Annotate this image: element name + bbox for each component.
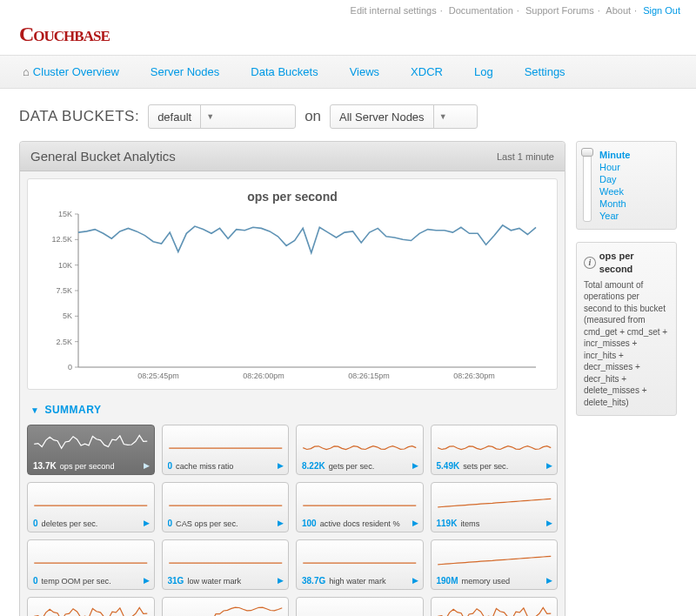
nav-cluster-overview[interactable]: ⌂Cluster Overview <box>19 56 123 88</box>
sparkline <box>435 431 554 455</box>
nav-settings[interactable]: Settings <box>521 56 569 88</box>
nav-server-nodes[interactable]: Server Nodes <box>147 56 223 88</box>
panel-title: General Bucket Analytics <box>30 149 176 164</box>
documentation-link[interactable]: Documentation <box>449 5 513 16</box>
slider-knob[interactable] <box>581 148 593 157</box>
metric-value: 31G <box>168 576 184 586</box>
data-buckets-label: DATA BUCKETS: <box>19 108 139 125</box>
metric-label: items <box>460 519 479 528</box>
metric-tile[interactable]: 190Mmemory used▶ <box>431 539 559 590</box>
metric-label: sets per sec. <box>463 462 508 471</box>
time-granularity-box: Minute Hour Day Week Month Year <box>576 141 677 230</box>
metric-label: high water mark <box>329 577 385 586</box>
metric-value: 190M <box>437 576 458 586</box>
metric-label: CAS ops per sec. <box>176 519 238 528</box>
chevron-down-icon: ▼ <box>200 105 219 128</box>
play-icon: ▶ <box>412 576 418 585</box>
metric-tile[interactable]: 13.7Kops per second▶ <box>27 425 155 475</box>
sparkline <box>300 488 419 512</box>
metric-label: cache miss ratio <box>176 462 233 471</box>
sparkline <box>300 603 419 616</box>
metric-info-body: Total amount of operations per second to… <box>584 279 669 409</box>
metric-tile[interactable]: 5.49Ksets per sec.▶ <box>431 425 559 475</box>
chevron-down-icon: ▼ <box>433 105 452 128</box>
play-icon: ▶ <box>144 519 150 527</box>
svg-text:08:26:00pm: 08:26:00pm <box>243 372 284 380</box>
summary-tiles: 13.7Kops per second▶0cache miss ratio▶8.… <box>20 419 565 616</box>
support-link[interactable]: Support Forums <box>525 5 594 16</box>
nav-views[interactable]: Views <box>346 56 383 88</box>
sparkline <box>300 546 419 570</box>
nav-log[interactable]: Log <box>471 56 497 88</box>
edit-settings-link[interactable]: Edit internal settings <box>351 5 437 16</box>
svg-text:0: 0 <box>68 363 72 372</box>
metric-tile[interactable]: 692disk creates per sec.▶ <box>27 597 155 616</box>
svg-text:08:25:45pm: 08:25:45pm <box>137 372 179 380</box>
metric-label: low water mark <box>187 577 241 586</box>
node-scope-dropdown[interactable]: All Server Nodes ▼ <box>330 104 478 129</box>
main-chart: ops per second 02.5K5K7.5K10K12.5K15K08:… <box>27 178 558 390</box>
svg-text:5K: 5K <box>63 311 72 320</box>
slider-track[interactable] <box>583 149 592 222</box>
metric-tile[interactable]: 119Kitems▶ <box>431 482 559 532</box>
home-icon: ⌂ <box>23 65 30 78</box>
top-links: Edit internal settings· Documentation· S… <box>0 0 696 21</box>
play-icon: ▶ <box>144 461 150 470</box>
nav-data-buckets[interactable]: Data Buckets <box>247 56 321 88</box>
nav-xdcr[interactable]: XDCR <box>407 56 446 88</box>
time-day[interactable]: Day <box>599 173 669 185</box>
metric-tile[interactable]: 0temp OOM per sec.▶ <box>27 539 155 590</box>
sparkline <box>435 488 554 512</box>
time-week[interactable]: Week <box>599 185 669 198</box>
metric-value: 0 <box>168 461 173 471</box>
logo: Couchbase <box>0 21 696 55</box>
metric-tile[interactable]: 5.3Kdisk write queue▶ <box>431 597 559 616</box>
play-icon: ▶ <box>278 461 284 470</box>
svg-text:08:26:30pm: 08:26:30pm <box>453 372 495 380</box>
metric-tile[interactable]: 100active docs resident %▶ <box>296 482 424 532</box>
info-icon: i <box>584 257 596 269</box>
metric-value: 100 <box>302 519 317 528</box>
summary-header[interactable]: ▼SUMMARY <box>20 397 565 419</box>
svg-text:10K: 10K <box>58 261 72 270</box>
metric-label: ops per second <box>60 462 115 471</box>
time-minute[interactable]: Minute <box>599 149 669 161</box>
sparkline <box>435 603 554 616</box>
time-year[interactable]: Year <box>599 210 669 222</box>
metric-tile[interactable]: 8.37Kdisk updates per sec.▶ <box>162 597 290 616</box>
play-icon: ▶ <box>546 461 552 470</box>
metric-label: gets per sec. <box>329 462 375 471</box>
bucket-dropdown[interactable]: default ▼ <box>148 104 296 129</box>
time-hour[interactable]: Hour <box>599 161 669 173</box>
metric-label: memory used <box>462 577 511 586</box>
metric-tile[interactable]: 8.22Kgets per sec.▶ <box>296 425 424 475</box>
metric-value: 38.7G <box>302 576 325 586</box>
play-icon: ▶ <box>546 576 552 585</box>
sign-out-link[interactable]: Sign Out <box>643 5 680 16</box>
sparkline <box>435 546 554 570</box>
metric-tile[interactable]: 38.7Ghigh water mark▶ <box>296 539 424 590</box>
metric-value: 8.22K <box>302 461 325 471</box>
metric-tile[interactable]: 0disk reads per sec.▶ <box>296 597 424 616</box>
metric-info-box: iops per second Total amount of operatio… <box>576 242 677 416</box>
chart-title: ops per second <box>35 190 550 204</box>
metric-value: 0 <box>33 576 38 586</box>
sparkline <box>31 488 151 512</box>
about-link[interactable]: About <box>606 5 631 16</box>
play-icon: ▶ <box>412 519 418 527</box>
sparkline <box>166 488 285 512</box>
metric-tile[interactable]: 0CAS ops per sec.▶ <box>162 482 290 532</box>
time-month[interactable]: Month <box>599 198 669 210</box>
metric-tile[interactable]: 0cache miss ratio▶ <box>162 425 290 475</box>
sparkline <box>31 431 151 455</box>
sparkline <box>31 603 151 616</box>
metric-label: deletes per sec. <box>42 519 98 528</box>
metric-tile[interactable]: 0deletes per sec.▶ <box>27 482 155 532</box>
svg-text:7.5K: 7.5K <box>56 286 72 295</box>
play-icon: ▶ <box>412 461 418 470</box>
metric-value: 5.49K <box>437 461 460 471</box>
play-icon: ▶ <box>144 576 150 585</box>
metric-tile[interactable]: 31Glow water mark▶ <box>162 539 290 590</box>
analytics-panel: General Bucket Analytics Last 1 minute o… <box>19 141 566 616</box>
triangle-down-icon: ▼ <box>30 405 39 415</box>
